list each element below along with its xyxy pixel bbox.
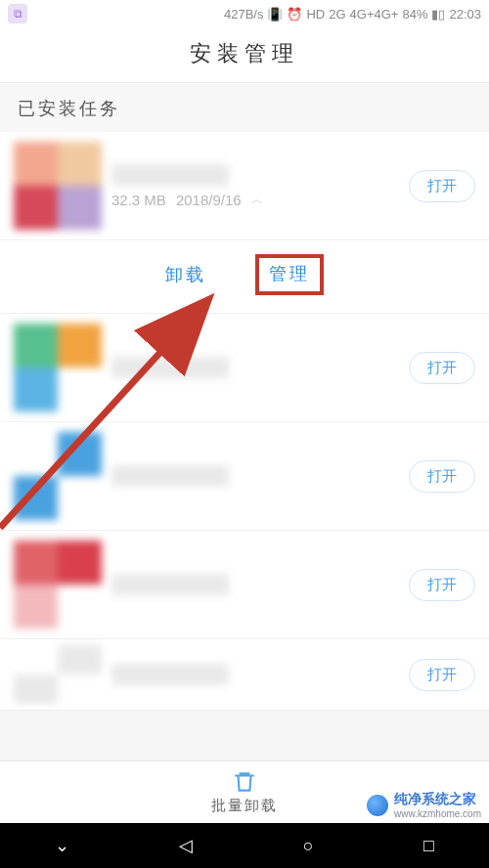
section-installed-label: 已安装任务 [0, 83, 489, 132]
app-date: 2018/9/16 [176, 192, 242, 208]
signal-2g: 2G [329, 7, 345, 22]
open-button[interactable]: 打开 [409, 352, 475, 384]
nav-recent-button[interactable]: □ [423, 836, 434, 856]
page-title: 安装管理 [0, 39, 489, 68]
watermark: 纯净系统之家 www.kzmhome.com [367, 791, 481, 819]
open-button[interactable]: 打开 [409, 170, 475, 202]
hd-badge: HD [306, 7, 325, 22]
app-name [111, 164, 229, 186]
app-size: 32.3 MB [111, 192, 166, 208]
android-nav-bar: ⌄ ◁ ○ □ [0, 823, 489, 868]
app-icon [14, 142, 102, 230]
nav-menu-button[interactable]: ⌄ [55, 835, 69, 856]
app-info [111, 664, 399, 685]
app-icon [14, 645, 102, 704]
app-row[interactable]: 32.3 MB 2018/9/16 ︿ 打开 [0, 132, 489, 240]
app-row[interactable]: 打开 [0, 639, 489, 711]
installed-apps-list: 32.3 MB 2018/9/16 ︿ 打开 卸载 管理 打开 打开 [0, 132, 489, 711]
app-row[interactable]: 打开 [0, 531, 489, 639]
nav-back-button[interactable]: ◁ [179, 835, 193, 856]
manage-button[interactable]: 管理 [255, 254, 324, 295]
app-name [111, 574, 229, 595]
app-name [111, 664, 229, 685]
battery-percent: 84% [402, 7, 427, 22]
app-expanded-actions: 卸载 管理 [0, 240, 489, 314]
battery-icon: ▮▯ [431, 7, 445, 22]
alarm-icon: ⏰ [287, 7, 302, 22]
open-button[interactable]: 打开 [409, 569, 475, 601]
watermark-url: www.kzmhome.com [394, 808, 481, 819]
watermark-logo-icon [367, 795, 388, 816]
app-name [111, 465, 229, 487]
app-icon [14, 324, 102, 412]
clock: 22:03 [449, 7, 481, 22]
watermark-text: 纯净系统之家 [394, 791, 476, 806]
app-row[interactable]: 打开 [0, 314, 489, 422]
uninstall-button[interactable]: 卸载 [165, 254, 206, 295]
signal-4g: 4G+4G+ [350, 7, 399, 22]
app-indicator-icon: ⧉ [8, 4, 27, 23]
app-info [111, 465, 399, 487]
app-info: 32.3 MB 2018/9/16 ︿ [111, 164, 399, 208]
app-info [111, 357, 399, 378]
vibrate-icon: 📳 [267, 7, 283, 22]
status-bar: ⧉ 427B/s 📳 ⏰ HD 2G 4G+4G+ 84% ▮▯ 22:03 [0, 0, 489, 27]
app-info [111, 574, 399, 595]
app-name [111, 357, 229, 378]
app-row[interactable]: 打开 [0, 422, 489, 531]
data-rate: 427B/s [224, 7, 263, 22]
batch-uninstall-button[interactable]: 批量卸载 [211, 797, 278, 815]
nav-home-button[interactable]: ○ [303, 836, 314, 856]
app-icon [14, 541, 102, 629]
page-header: 安装管理 [0, 27, 489, 83]
open-button[interactable]: 打开 [409, 460, 475, 493]
open-button[interactable]: 打开 [409, 659, 475, 691]
app-icon [14, 432, 102, 520]
trash-icon[interactable] [232, 769, 257, 795]
chevron-up-icon[interactable]: ︿ [251, 192, 263, 208]
